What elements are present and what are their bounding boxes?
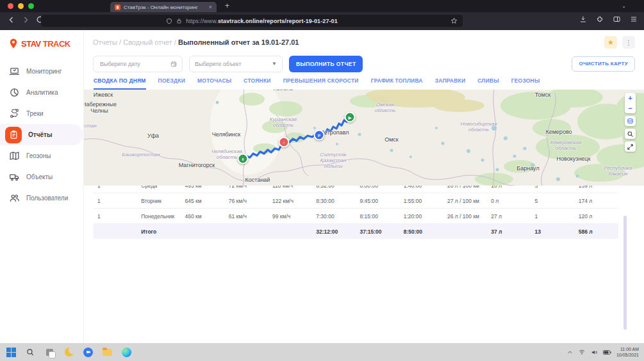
layers-button[interactable] bbox=[625, 116, 636, 126]
lock-icon bbox=[176, 18, 182, 24]
date-input[interactable] bbox=[99, 60, 167, 68]
screen: СтавТрэк - Онлайн мониторинг × + ⌄ https… bbox=[0, 0, 644, 361]
breadcrumb-item[interactable]: Отчеты bbox=[93, 38, 117, 46]
sidebar-item-monitor[interactable]: Мониторинг bbox=[0, 61, 83, 82]
marker-parking[interactable]: P bbox=[314, 130, 325, 141]
sidebar-item-label: Геозоны bbox=[26, 152, 51, 159]
table-cell: 460 км bbox=[181, 209, 225, 224]
table-cell bbox=[225, 224, 268, 239]
map-controls: +− bbox=[625, 93, 636, 152]
table-cell: 1:55:00 bbox=[400, 193, 443, 209]
edge-browser-icon[interactable] bbox=[121, 347, 132, 358]
table-cell: 99 км/ч bbox=[268, 209, 312, 224]
sidebar: STAV TRACK Мониторинг Аналитика Треки От… bbox=[0, 30, 84, 343]
tray-chevron-up-icon[interactable] bbox=[567, 349, 573, 355]
tracks-icon bbox=[9, 108, 20, 119]
clear-map-button[interactable]: ОЧИСТИТЬ КАРТУ bbox=[572, 56, 635, 72]
downloads-icon[interactable] bbox=[579, 15, 587, 23]
table-row[interactable]: 1Вторник645 км76 км/ч122 км/ч8:30:009:45… bbox=[94, 193, 618, 209]
sidebar-item-label: Отчёты bbox=[28, 131, 52, 138]
object-select[interactable]: Выберите объект ▼ bbox=[189, 56, 283, 72]
table-row[interactable]: 1Понедельник460 км61 км/ч99 км/ч7:30:008… bbox=[94, 209, 618, 224]
geozones-icon bbox=[9, 150, 20, 161]
volume-icon[interactable] bbox=[591, 349, 598, 356]
breadcrumb-item: Выполненный отчет за 19.01-27.01 bbox=[178, 38, 299, 46]
window-close-button[interactable] bbox=[8, 3, 13, 9]
table-cell: 1 bbox=[94, 193, 137, 209]
marker-parking-glyph: P bbox=[318, 133, 320, 137]
zoom-out-button[interactable]: − bbox=[625, 103, 636, 113]
window-zoom-button[interactable] bbox=[28, 3, 34, 9]
tab-list-chevron-icon[interactable]: ⌄ bbox=[622, 3, 626, 9]
tab-сводка-по-дням[interactable]: СВОДКА ПО ДНЯМ bbox=[94, 73, 146, 90]
favorite-star-button[interactable]: ★ bbox=[604, 36, 617, 49]
table-cell: 5 bbox=[531, 193, 575, 209]
table-total-row[interactable]: Итого32:12:0037:15:008:50:0037 л13586 л bbox=[94, 224, 618, 239]
url-bar[interactable]: https://www.stavtrack.online/reports/rep… bbox=[41, 15, 463, 27]
wifi-icon[interactable] bbox=[578, 349, 586, 355]
chat-icon[interactable] bbox=[83, 347, 94, 358]
menu-hamburger-icon[interactable] bbox=[630, 15, 638, 23]
tab-график-топлива[interactable]: ГРАФИК ТОПЛИВА bbox=[371, 73, 423, 90]
browser-tab[interactable]: СтавТрэк - Онлайн мониторинг × bbox=[110, 2, 217, 12]
sidebar-item-users[interactable]: Пользователи bbox=[0, 188, 83, 209]
sidebar-item-analytics[interactable]: Аналитика bbox=[0, 82, 83, 103]
tab-геозоны[interactable]: ГЕОЗОНЫ bbox=[511, 73, 540, 90]
map[interactable]: ИжевскНабережные ЧелныТюменьУфаЧелябинск… bbox=[84, 90, 644, 186]
tab-заправки[interactable]: ЗАПРАВКИ bbox=[435, 73, 466, 90]
window-minimize-button[interactable] bbox=[18, 3, 24, 9]
new-tab-button[interactable]: + bbox=[225, 1, 229, 10]
table-cell: 586 л bbox=[575, 224, 618, 239]
tab-поездки[interactable]: ПОЕЗДКИ bbox=[158, 73, 185, 90]
table-cell: Итого bbox=[137, 224, 181, 239]
windows-start-icon[interactable] bbox=[6, 347, 17, 358]
marker-stop[interactable]: ○ bbox=[279, 137, 290, 148]
table-cell: 174 л bbox=[575, 193, 618, 209]
table-cell: 1:20:00 bbox=[400, 209, 443, 224]
sidebar-item-geozones[interactable]: Геозоны bbox=[0, 145, 83, 166]
browser-navbar: https://www.stavtrack.online/reports/rep… bbox=[0, 12, 644, 30]
tab-сливы[interactable]: СЛИВЫ bbox=[477, 73, 499, 90]
tab-стоянки[interactable]: СТОЯНКИ bbox=[244, 73, 270, 90]
sidebar-item-reports[interactable]: Отчёты bbox=[0, 124, 83, 145]
back-button[interactable] bbox=[8, 16, 15, 24]
kebab-menu-button[interactable]: ⋮ bbox=[622, 36, 635, 49]
table-cell: 13 bbox=[531, 224, 575, 239]
sidebar-item-tracks[interactable]: Треки bbox=[0, 103, 83, 124]
breadcrumb-item[interactable]: Сводный отчет bbox=[123, 38, 172, 46]
tab-close-icon[interactable]: × bbox=[209, 4, 212, 10]
scrollbar-thumb[interactable] bbox=[623, 216, 627, 330]
marker-pause[interactable]: ‖ bbox=[238, 154, 249, 164]
taskbar-search-icon[interactable] bbox=[25, 347, 36, 358]
sidebar-toggle-icon[interactable] bbox=[613, 15, 621, 23]
taskbar-clock[interactable]: 11:00 AM 10/05/2021 bbox=[616, 346, 639, 358]
search-button[interactable] bbox=[625, 129, 636, 139]
run-report-button[interactable]: ВЫПОЛНИТЬ ОТЧЕТ bbox=[289, 56, 363, 72]
battery-icon[interactable] bbox=[603, 349, 611, 355]
table-cell: 8:50:00 bbox=[400, 224, 443, 239]
extensions-icon[interactable] bbox=[596, 15, 604, 23]
marker-finish[interactable]: ▶ bbox=[345, 112, 356, 123]
moon-app-icon[interactable] bbox=[63, 347, 74, 358]
marker-stop-glyph: ○ bbox=[283, 140, 285, 144]
task-view-icon[interactable] bbox=[44, 347, 55, 358]
sidebar-item-objects[interactable]: Объекты bbox=[0, 166, 83, 188]
url-text: https://www.stavtrack.online/reports/rep… bbox=[186, 18, 338, 24]
map-canvas bbox=[84, 90, 644, 186]
tab-моточасы[interactable]: МОТОЧАСЫ bbox=[197, 73, 231, 90]
table-cell: 1 bbox=[94, 209, 137, 224]
tracking-shield-icon bbox=[166, 18, 172, 24]
sidebar-item-label: Объекты bbox=[26, 173, 53, 180]
table-cell: Вторник bbox=[137, 193, 181, 209]
zoom-in-button[interactable]: + bbox=[625, 93, 636, 103]
date-field[interactable] bbox=[93, 56, 183, 72]
window-controls bbox=[8, 3, 34, 9]
sidebar-item-label: Мониторинг bbox=[26, 68, 62, 75]
brand-logo[interactable]: STAV TRACK bbox=[0, 30, 83, 56]
tab-превышения-скорости[interactable]: ПРЕВЫШЕНИЯ СКОРОСТИ bbox=[283, 73, 359, 90]
monitor-icon bbox=[9, 66, 20, 77]
forward-button[interactable] bbox=[22, 16, 29, 24]
bookmark-star-icon[interactable] bbox=[450, 17, 458, 24]
fullscreen-button[interactable] bbox=[625, 141, 636, 152]
file-explorer-icon[interactable] bbox=[102, 347, 113, 358]
